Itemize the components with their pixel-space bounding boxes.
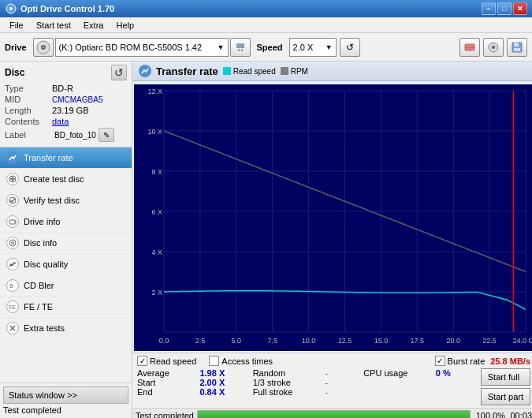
close-button[interactable]: ✕ [513, 2, 527, 15]
progress-row: Test completed 100.0% 00:03 [132, 408, 532, 418]
nav-cd-bler[interactable]: B CD Bler [0, 275, 132, 297]
type-value: BD-R [52, 84, 73, 93]
drive-action-btn[interactable] [230, 38, 251, 57]
menu-start-test[interactable]: Start test [30, 19, 77, 32]
nav-icon-extra [6, 322, 19, 334]
nav-icon-create [6, 173, 19, 185]
contents-label: Contents [5, 117, 52, 126]
label-label: Label [5, 130, 52, 140]
stat-random-label: Random [253, 368, 326, 378]
nav-label-drive: Drive info [24, 217, 60, 226]
start-full-btn[interactable]: Start full [481, 368, 530, 386]
nav-label-verify: Verify test disc [24, 196, 80, 205]
nav-create-test-disc[interactable]: Create test disc [0, 169, 132, 190]
nav-label-extra: Extra tests [24, 323, 65, 333]
speed-dropdown-arrow: ▼ [326, 43, 333, 51]
svg-rect-14 [514, 48, 520, 51]
disc-refresh-btn[interactable]: ↺ [111, 65, 127, 80]
cb-access-times: Access times [209, 356, 273, 366]
stat-random-val: - [325, 368, 363, 378]
menu-file[interactable]: File [3, 19, 30, 32]
nav-icon-quality [6, 258, 19, 271]
chart-title: Transfer rate [156, 65, 218, 77]
app-icon [5, 2, 17, 15]
burst-rate-value: 25.8 MB/s [490, 356, 530, 366]
cb-burst-rate-box[interactable]: ✓ [435, 356, 445, 366]
bottom-stats: ✓ Read speed Access times ✓ Burst rate 2… [132, 353, 532, 408]
nav-menu: Transfer rate Create test disc Verify te… [0, 147, 132, 383]
title-bar: Opti Drive Control 1.70 − □ ✕ [0, 0, 532, 17]
stat-end-label: End [137, 387, 199, 397]
refresh-btn[interactable]: ↺ [340, 38, 360, 57]
svg-rect-13 [514, 43, 519, 47]
minimize-button[interactable]: − [482, 2, 496, 15]
chart-title-icon [139, 65, 151, 77]
nav-icon-bler: B [6, 279, 19, 292]
nav-label-transfer-rate: Transfer rate [24, 153, 73, 162]
status-window-btn[interactable]: Status window >> [3, 386, 128, 404]
length-label: Length [5, 106, 52, 115]
menu-help[interactable]: Help [110, 19, 140, 32]
nav-icon-disc [6, 237, 19, 249]
status-text: Test completed [3, 405, 128, 415]
svg-text:FE: FE [9, 304, 16, 310]
cb-access-times-label: Access times [221, 356, 273, 366]
contents-value[interactable]: data [52, 117, 69, 126]
nav-transfer-rate[interactable]: Transfer rate [0, 147, 132, 169]
start-part-btn[interactable]: Start part [481, 388, 530, 405]
right-panel: Transfer rate Read speed RPM ✓ Read spee… [132, 62, 532, 418]
burn-btn[interactable] [483, 38, 504, 57]
maximize-button[interactable]: □ [497, 2, 512, 15]
drive-dropdown-arrow: ▼ [218, 43, 225, 51]
menu-extra[interactable]: Extra [77, 19, 110, 32]
drive-selector-value: (K:) Optiarc BD ROM BC-5500S 1.42 [59, 43, 218, 52]
nav-label-disc-info: Disc info [24, 238, 57, 248]
legend-read-color [223, 67, 231, 75]
cb-read-speed: ✓ Read speed [137, 356, 196, 366]
nav-disc-quality[interactable]: Disc quality [0, 254, 132, 275]
nav-drive-info[interactable]: Drive info [0, 211, 132, 233]
progress-time: 00:03 [508, 411, 532, 418]
cb-access-times-box[interactable] [209, 356, 219, 366]
legend-read-speed: Read speed [223, 67, 276, 76]
svg-point-21 [9, 240, 16, 246]
nav-label-quality: Disc quality [24, 259, 68, 269]
legend-rpm: RPM [281, 67, 308, 76]
status-section: Status window >> Test completed [0, 383, 132, 418]
toolbar: Drive (K:) Optiarc BD ROM BC-5500S 1.42 … [0, 33, 532, 62]
svg-rect-6 [238, 49, 240, 51]
disc-info-panel: Disc ↺ Type BD-R MID CMCMAGBA5 Length 23… [0, 62, 132, 147]
progress-label: Test completed [136, 411, 194, 418]
main-layout: Disc ↺ Type BD-R MID CMCMAGBA5 Length 23… [0, 62, 532, 418]
nav-disc-info[interactable]: Disc info [0, 233, 132, 254]
cb-read-speed-box[interactable]: ✓ [137, 356, 147, 366]
erase-btn[interactable] [459, 38, 480, 57]
nav-icon-transfer-rate [6, 151, 19, 164]
drive-icon-btn [33, 38, 54, 57]
disc-header-label: Disc [5, 67, 24, 78]
svg-point-11 [492, 46, 495, 49]
window-controls: − □ ✕ [482, 2, 527, 15]
stats-area: Average 1.98 X Random - CPU usage 0 % St… [137, 368, 530, 405]
stat-1stroke-val: - [325, 378, 363, 387]
stats-row-end: End 0.84 X Full stroke - [137, 387, 474, 397]
stat-start-label: Start [137, 378, 199, 387]
nav-verify-test-disc[interactable]: Verify test disc [0, 190, 132, 211]
nav-icon-verify [6, 194, 19, 207]
legend-rpm-color [281, 67, 288, 75]
save-btn[interactable] [507, 38, 527, 57]
progress-percent: 100.0% [474, 411, 505, 418]
speed-selector[interactable]: 2.0 X ▼ [289, 38, 337, 57]
stat-cpu-val: 0 % [436, 368, 474, 378]
stats-row-average: Average 1.98 X Random - CPU usage 0 % [137, 368, 474, 378]
checkboxes-row: ✓ Read speed Access times ✓ Burst rate 2… [137, 356, 530, 366]
nav-icon-drive [6, 215, 19, 228]
drive-selector[interactable]: (K:) Optiarc BD ROM BC-5500S 1.42 ▼ [55, 38, 229, 57]
stat-1stroke-label: 1/3 stroke [253, 378, 326, 387]
svg-rect-7 [241, 49, 243, 51]
speed-label: Speed [257, 43, 283, 52]
label-edit-btn[interactable]: ✎ [99, 128, 114, 142]
action-buttons: Start full Start part [481, 368, 530, 405]
nav-fe-te[interactable]: FE FE / TE [0, 297, 132, 318]
nav-extra-tests[interactable]: Extra tests [0, 318, 132, 339]
